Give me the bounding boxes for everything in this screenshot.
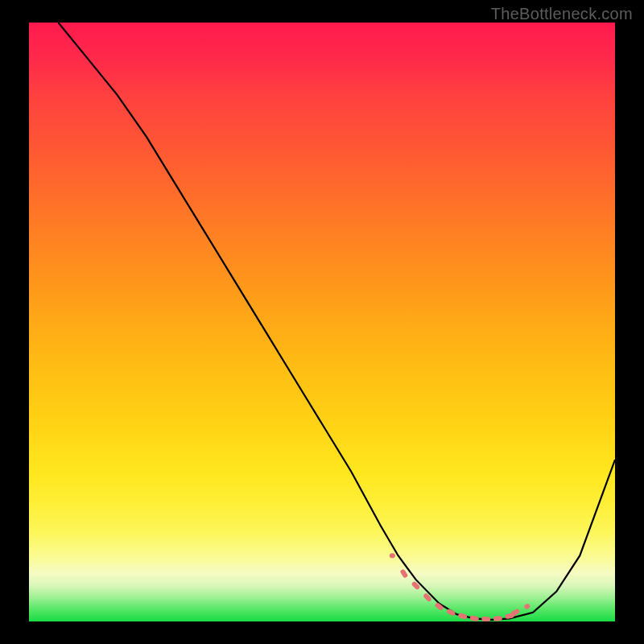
svg-rect-0 — [390, 553, 395, 558]
svg-rect-6 — [458, 613, 468, 620]
svg-rect-12 — [523, 603, 530, 610]
svg-rect-1 — [399, 568, 408, 578]
bottleneck-curve-path — [58, 23, 615, 620]
highlight-dots — [390, 553, 530, 621]
chart-frame: TheBottleneck.com — [0, 0, 644, 644]
chart-svg — [29, 23, 615, 621]
watermark-text: TheBottleneck.com — [491, 5, 633, 23]
svg-rect-8 — [481, 617, 490, 621]
svg-rect-9 — [493, 616, 502, 621]
plot-area — [29, 23, 615, 621]
svg-rect-7 — [469, 615, 479, 621]
